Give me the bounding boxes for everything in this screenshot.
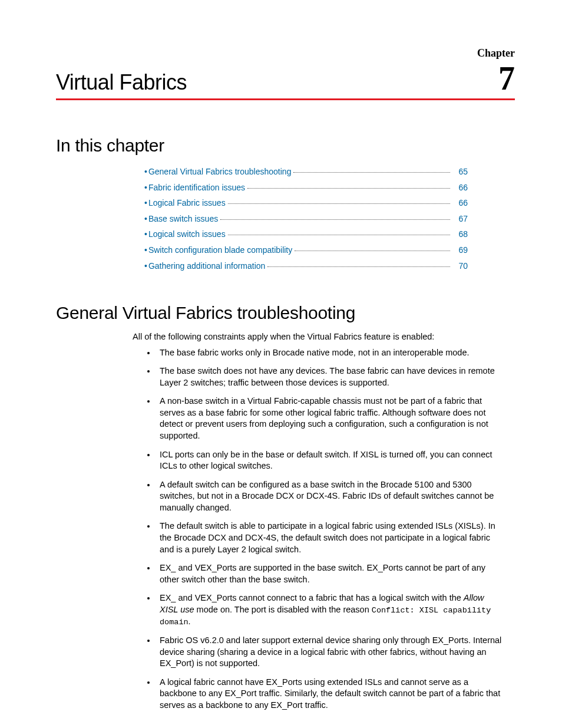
toc-link[interactable]: Gathering additional information [148, 258, 265, 274]
bullet-icon: • [144, 226, 147, 242]
bullet-icon: • [144, 180, 147, 196]
title-rule [56, 98, 515, 100]
toc-item: • Logical switch issues 68 [144, 226, 468, 242]
list-item: EX_ and VEX_Ports are supported in the b… [156, 562, 503, 585]
toc-page[interactable]: 68 [452, 226, 468, 242]
toc-link[interactable]: Logical switch issues [148, 226, 226, 242]
toc-link[interactable]: General Virtual Fabrics troubleshooting [148, 164, 292, 180]
chapter-number: 7 [498, 62, 515, 95]
section-heading: General Virtual Fabrics troubleshooting [56, 303, 515, 323]
toc-page[interactable]: 66 [452, 180, 468, 196]
toc-link[interactable]: Logical Fabric issues [148, 195, 226, 211]
toc-item: • Logical Fabric issues 66 [144, 195, 468, 211]
toc-page[interactable]: 70 [452, 258, 468, 274]
toc-item: • Switch configuration blade compatibili… [144, 242, 468, 258]
list-item: EX_ and VEX_Ports cannot connect to a fa… [156, 592, 503, 628]
text: mode on. The port is disabled with the r… [194, 605, 372, 614]
list-item: A logical fabric cannot have EX_Ports us… [156, 677, 503, 711]
toc-page[interactable]: 66 [452, 195, 468, 211]
list-item: The base switch does not have any device… [156, 365, 503, 388]
constraint-list: The base fabric works only in Brocade na… [156, 347, 503, 711]
bullet-icon: • [144, 211, 147, 227]
toc-heading: In this chapter [56, 136, 515, 156]
page: Chapter Virtual Fabrics 7 In this chapte… [0, 0, 562, 728]
intro-text: All of the following constraints apply w… [133, 332, 515, 341]
toc-leader [228, 235, 450, 235]
toc-leader [228, 203, 450, 204]
bullet-icon: • [144, 242, 147, 258]
toc: • General Virtual Fabrics troubleshootin… [144, 164, 468, 274]
toc-link[interactable]: Base switch issues [148, 211, 218, 227]
toc-item: • Fabric identification issues 66 [144, 180, 468, 196]
toc-item: • General Virtual Fabrics troubleshootin… [144, 164, 468, 180]
list-item: ICL ports can only be in the base or def… [156, 449, 503, 472]
toc-link[interactable]: Switch configuration blade compatibility [148, 242, 292, 258]
toc-page[interactable]: 69 [452, 242, 468, 258]
toc-leader [295, 251, 450, 251]
toc-item: • Gathering additional information 70 [144, 258, 468, 274]
chapter-label: Chapter [56, 47, 515, 60]
bullet-icon: • [144, 164, 147, 180]
toc-leader [267, 266, 450, 267]
bullet-icon: • [144, 258, 147, 274]
toc-leader [220, 219, 450, 220]
text: EX_ and VEX_Ports cannot connect to a fa… [160, 593, 464, 602]
toc-page[interactable]: 67 [452, 211, 468, 227]
page-title: Virtual Fabrics [56, 70, 187, 95]
toc-leader [247, 188, 450, 189]
toc-page[interactable]: 65 [452, 164, 468, 180]
list-item: A default switch can be configured as a … [156, 479, 503, 514]
toc-item: • Base switch issues 67 [144, 211, 468, 227]
bullet-icon: • [144, 195, 147, 211]
toc-leader [293, 172, 450, 173]
toc-link[interactable]: Fabric identification issues [148, 180, 245, 196]
text: . [189, 617, 191, 626]
list-item: Fabric OS v6.2.0 and later support exter… [156, 635, 503, 670]
list-item: A non-base switch in a Virtual Fabric-ca… [156, 396, 503, 442]
list-item: The default switch is able to participat… [156, 521, 503, 555]
title-row: Virtual Fabrics 7 [56, 62, 515, 95]
list-item: The base fabric works only in Brocade na… [156, 347, 503, 359]
